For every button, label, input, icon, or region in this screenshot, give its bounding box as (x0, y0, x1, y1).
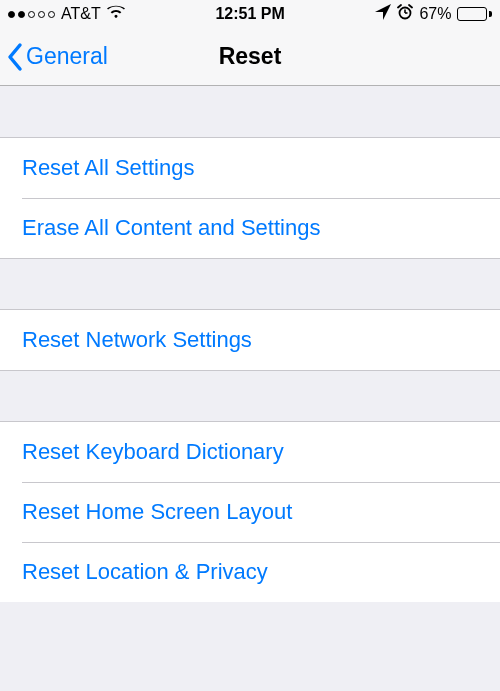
status-left: AT&T (8, 5, 125, 23)
status-time: 12:51 PM (215, 5, 284, 23)
svg-line-3 (398, 5, 401, 8)
cell-label: Reset All Settings (22, 155, 194, 181)
reset-network-settings-button[interactable]: Reset Network Settings (0, 310, 500, 370)
cell-label: Reset Home Screen Layout (22, 499, 292, 525)
reset-all-settings-button[interactable]: Reset All Settings (0, 138, 500, 198)
alarm-icon (397, 4, 413, 24)
status-right: 67% (375, 4, 492, 24)
group-separator (0, 370, 500, 422)
cell-label: Reset Location & Privacy (22, 559, 268, 585)
settings-list: Reset All Settings Erase All Content and… (0, 86, 500, 602)
battery-icon (457, 7, 492, 21)
group-separator (0, 86, 500, 138)
carrier-label: AT&T (61, 5, 101, 23)
location-icon (375, 4, 391, 24)
wifi-icon (107, 5, 125, 23)
back-button[interactable]: General (6, 28, 108, 85)
group-separator (0, 258, 500, 310)
erase-all-content-button[interactable]: Erase All Content and Settings (0, 198, 500, 258)
svg-line-4 (409, 5, 412, 8)
reset-location-privacy-button[interactable]: Reset Location & Privacy (0, 542, 500, 602)
status-bar: AT&T 12:51 PM 67% (0, 0, 500, 28)
back-label: General (26, 43, 108, 70)
battery-percent: 67% (419, 5, 451, 23)
group-1: Reset All Settings Erase All Content and… (0, 138, 500, 258)
reset-home-screen-layout-button[interactable]: Reset Home Screen Layout (0, 482, 500, 542)
reset-keyboard-dictionary-button[interactable]: Reset Keyboard Dictionary (0, 422, 500, 482)
nav-bar: General Reset (0, 28, 500, 86)
group-2: Reset Network Settings (0, 310, 500, 370)
cell-label: Reset Keyboard Dictionary (22, 439, 284, 465)
signal-strength-icon (8, 11, 55, 18)
cell-label: Erase All Content and Settings (22, 215, 320, 241)
cell-label: Reset Network Settings (22, 327, 252, 353)
chevron-left-icon (6, 42, 24, 72)
group-3: Reset Keyboard Dictionary Reset Home Scr… (0, 422, 500, 602)
